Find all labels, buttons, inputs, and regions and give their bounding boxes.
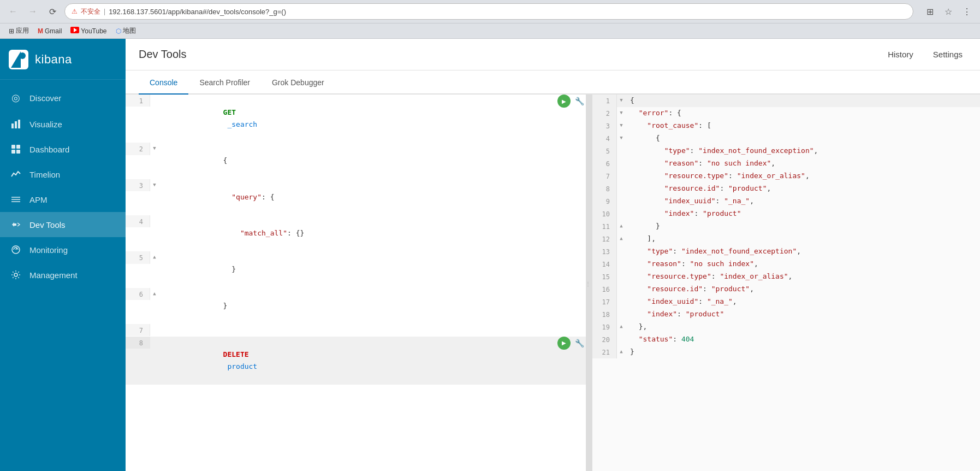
- line-content-1: GET _search: [159, 95, 557, 143]
- apps-button[interactable]: ⊞ 应用: [5, 25, 32, 37]
- line-fold-1[interactable]: [150, 95, 159, 96]
- sidebar-item-apm[interactable]: APM: [0, 187, 126, 212]
- line-fold-3[interactable]: ▼: [150, 179, 159, 189]
- path-product: product: [223, 362, 258, 370]
- resp-fold-6: [617, 157, 626, 170]
- sidebar-item-management[interactable]: Management: [0, 262, 126, 287]
- wrench-button-1[interactable]: 🔧: [573, 95, 586, 108]
- resp-line-9: 9 "index_uuid": "_na_",: [592, 195, 980, 208]
- keyword-get: GET: [223, 108, 236, 116]
- resp-fold-5: [617, 145, 626, 157]
- sidebar-logo: kibana: [0, 39, 126, 80]
- line-content-8: DELETE product: [159, 337, 557, 385]
- response-panel: 1 ▼ { 2 ▼ "error": { 3 ▼ "root_cause": [: [592, 95, 980, 471]
- gmail-icon: M: [38, 27, 43, 35]
- resp-line-5: 5 "type": "index_not_found_exception",: [592, 145, 980, 157]
- resp-line-10: 10 "index": "product": [592, 208, 980, 220]
- line-content-4: "match_all": {}: [159, 215, 590, 251]
- back-button[interactable]: ←: [5, 4, 21, 19]
- line-fold-2[interactable]: ▼: [150, 143, 159, 152]
- settings-button[interactable]: Settings: [929, 48, 967, 61]
- line-content-2: {: [159, 143, 590, 179]
- resp-line-7: 7 "resource.type": "index_or_alias",: [592, 170, 980, 182]
- youtube-icon: [70, 27, 79, 35]
- resp-content-13: "type": "index_not_found_exception",: [626, 245, 980, 258]
- bookmarks-bar: ⊞ 应用 M Gmail YouTube ⬡ 地图: [0, 23, 980, 38]
- resp-fold-9: [617, 195, 626, 208]
- maps-label: 地图: [123, 26, 136, 36]
- sidebar-navigation: ◎ Discover Visualize: [0, 80, 126, 471]
- resp-fold-12[interactable]: ▲: [617, 233, 626, 245]
- resp-fold-19[interactable]: ▲: [617, 321, 626, 333]
- sidebar-item-label: Timelion: [29, 170, 60, 179]
- menu-button[interactable]: ⋮: [959, 4, 975, 19]
- panel-divider[interactable]: ⋮: [586, 95, 590, 471]
- resp-num-11: 11: [592, 220, 617, 233]
- line-number-7: 7: [126, 324, 150, 336]
- sidebar-item-devtools[interactable]: Dev Tools: [0, 212, 126, 237]
- line-fold-5[interactable]: ▲: [150, 251, 159, 261]
- code-editor[interactable]: 1 GET _search ▶ 🔧 2: [126, 95, 590, 471]
- resp-line-13: 13 "type": "index_not_found_exception",: [592, 245, 980, 258]
- editor-line-5: 5 ▲ }: [126, 251, 590, 287]
- editor-line-1: 1 GET _search ▶ 🔧: [126, 95, 590, 143]
- run-button-8[interactable]: ▶: [557, 337, 571, 350]
- sidebar-item-visualize[interactable]: Visualize: [0, 111, 126, 137]
- bookmark-maps[interactable]: ⬡ 地图: [112, 25, 139, 37]
- resp-fold-21[interactable]: ▲: [617, 346, 626, 358]
- resp-num-10: 10: [592, 208, 617, 220]
- svg-rect-2: [11, 123, 14, 128]
- resp-fold-2[interactable]: ▼: [617, 107, 626, 120]
- resp-fold-11[interactable]: ▲: [617, 220, 626, 233]
- sidebar-item-timelion[interactable]: Timelion: [0, 162, 126, 187]
- bookmark-button[interactable]: ☆: [941, 4, 956, 19]
- indent-5: [223, 265, 232, 273]
- response-area[interactable]: 1 ▼ { 2 ▼ "error": { 3 ▼ "root_cause": [: [592, 95, 980, 471]
- monitoring-icon: [10, 245, 22, 255]
- resp-line-18: 18 "index": "product": [592, 308, 980, 321]
- sidebar-item-label: Management: [29, 270, 78, 280]
- maps-icon: ⬡: [116, 27, 121, 35]
- resp-fold-1[interactable]: ▼: [617, 95, 626, 107]
- management-icon: [10, 270, 22, 280]
- sidebar-item-monitoring[interactable]: Monitoring: [0, 237, 126, 262]
- line-fold-6[interactable]: ▲: [150, 288, 159, 298]
- forward-button[interactable]: →: [25, 4, 40, 19]
- tab-grok-debugger[interactable]: Grok Debugger: [261, 70, 335, 95]
- gmail-label: Gmail: [45, 27, 62, 35]
- reload-button[interactable]: ⟳: [45, 4, 60, 19]
- editor-area: 1 GET _search ▶ 🔧 2: [126, 95, 980, 471]
- line-number-2: 2: [126, 143, 150, 155]
- address-bar[interactable]: ⚠ 不安全 | 192.168.137.5601/app/kibana#/dev…: [64, 3, 913, 20]
- tab-console[interactable]: Console: [139, 70, 188, 95]
- line-actions-1: ▶ 🔧: [557, 95, 590, 108]
- sidebar-item-dashboard[interactable]: Dashboard: [0, 137, 126, 162]
- run-button-1[interactable]: ▶: [557, 95, 571, 108]
- resp-content-21: }: [626, 346, 980, 358]
- app-layout: kibana ◎ Discover Visualize: [0, 39, 980, 471]
- header-actions: History Settings: [883, 48, 967, 61]
- resp-num-14: 14: [592, 258, 617, 270]
- bookmark-youtube[interactable]: YouTube: [67, 26, 110, 36]
- sidebar-item-label: Monitoring: [29, 245, 68, 255]
- resp-line-4: 4 ▼ {: [592, 132, 980, 145]
- resp-num-16: 16: [592, 283, 617, 296]
- resp-line-20: 20 "status": 404: [592, 333, 980, 346]
- tabs-bar: Console Search Profiler Grok Debugger: [126, 70, 980, 95]
- bookmark-gmail[interactable]: M Gmail: [34, 26, 65, 36]
- resp-content-9: "index_uuid": "_na_",: [626, 195, 980, 208]
- resp-fold-4[interactable]: ▼: [617, 132, 626, 145]
- resp-line-1: 1 ▼ {: [592, 95, 980, 107]
- security-label: 不安全: [81, 7, 100, 16]
- tab-search-profiler[interactable]: Search Profiler: [188, 70, 261, 95]
- browser-chrome: ← → ⟳ ⚠ 不安全 | 192.168.137.5601/app/kiban…: [0, 0, 980, 39]
- wrench-button-8[interactable]: 🔧: [573, 337, 586, 350]
- resp-num-2: 2: [592, 107, 617, 120]
- brace-close-6: }: [223, 302, 228, 310]
- history-button[interactable]: History: [883, 48, 918, 61]
- translate-button[interactable]: ⊞: [922, 4, 937, 19]
- sidebar-item-discover[interactable]: ◎ Discover: [0, 84, 126, 111]
- devtools-icon: [10, 220, 22, 229]
- line-number-3: 3: [126, 179, 150, 191]
- resp-fold-3[interactable]: ▼: [617, 120, 626, 132]
